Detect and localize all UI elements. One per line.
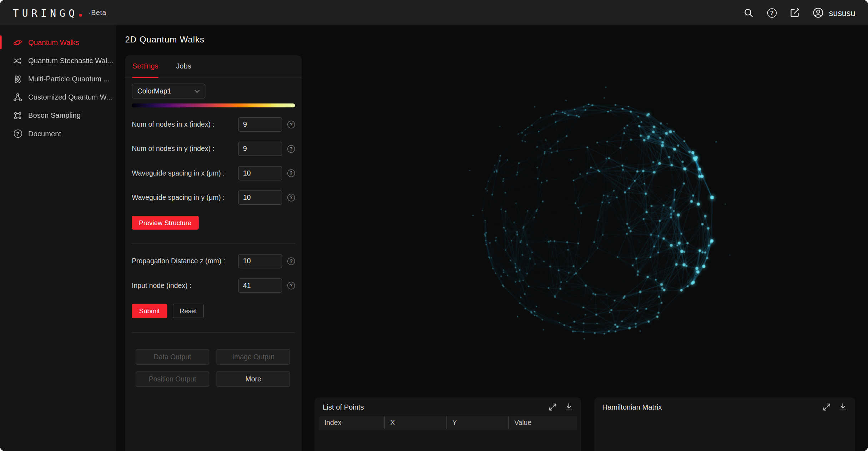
field-label: Num of nodes in x (index) : [132, 121, 238, 128]
help-glyph: ? [767, 8, 777, 17]
sidebar-item-document[interactable]: ? Document [0, 125, 116, 143]
beta-badge: ·Beta [89, 9, 106, 17]
spacing-x-input[interactable] [238, 166, 282, 180]
sidebar-item-customized-quantum-walks[interactable]: Customized Quantum W... [0, 88, 116, 106]
field-help-icon[interactable]: ? [287, 194, 295, 202]
field-help-icon[interactable]: ? [287, 121, 295, 128]
column-header-x[interactable]: X [384, 416, 446, 429]
list-of-points-panel: List of Points Index X [314, 397, 581, 451]
panel-title: List of Points [323, 402, 548, 411]
lattice-icon [13, 111, 22, 120]
logo-dot [79, 14, 82, 16]
username: sususu [829, 8, 856, 17]
main-content: 2D Quantum Walks Settings Jobs ColorMap1… [116, 25, 868, 451]
logo-text: TURINGQ [13, 7, 78, 19]
field-nodes-y: Num of nodes in y (index) : ? [132, 142, 295, 156]
app-window: TURINGQ ·Beta ? [0, 0, 868, 451]
divider [132, 332, 295, 333]
download-icon[interactable] [564, 402, 573, 411]
sidebar-item-quantum-stochastic-walks[interactable]: Quantum Stochastic Wal... [0, 51, 116, 70]
atom-icon [13, 75, 22, 83]
sidebar: Quantum Walks Quantum Stochastic Wal... … [0, 25, 116, 451]
input-node-input[interactable] [238, 278, 282, 293]
field-input-node: Input node (index) : ? [132, 278, 295, 293]
submit-button[interactable]: Submit [132, 304, 167, 318]
shuffle-icon [13, 56, 22, 65]
planet-icon [13, 38, 22, 47]
tab-settings[interactable]: Settings [132, 55, 158, 77]
search-icon[interactable] [743, 7, 754, 18]
preview-structure-button[interactable]: Preview Structure [132, 216, 198, 230]
column-header-index[interactable]: Index [319, 416, 384, 429]
points-table-body [319, 430, 577, 444]
sidebar-item-label: Multi-Particle Quantum ... [28, 75, 109, 83]
sidebar-item-label: Quantum Stochastic Wal... [28, 56, 113, 65]
nodes-y-input[interactable] [238, 142, 282, 156]
field-spacing-x: Waveguide spacing in x (μm) : ? [132, 166, 295, 180]
field-help-icon[interactable]: ? [287, 169, 295, 177]
settings-card: Settings Jobs ColorMap1 Num of nodes in … [125, 55, 302, 451]
network-visualization[interactable] [302, 25, 868, 451]
sidebar-item-boson-sampling[interactable]: Boson Sampling [0, 106, 116, 125]
image-output-button: Image Output [216, 349, 290, 365]
position-output-button: Position Output [136, 371, 209, 387]
colormap-preview [132, 103, 295, 107]
field-label: Num of nodes in y (index) : [132, 145, 238, 153]
column-header-y[interactable]: Y [446, 416, 508, 429]
sidebar-item-label: Document [28, 130, 61, 138]
field-label: Waveguide spacing in x (μm) : [132, 169, 238, 177]
column-header-value[interactable]: Value [508, 416, 577, 429]
spacing-y-input[interactable] [238, 191, 282, 205]
help-icon[interactable]: ? [766, 7, 777, 18]
field-propagation-z: Propagation Distance z (mm) : ? [132, 254, 295, 268]
app-logo[interactable]: TURINGQ [13, 7, 82, 19]
download-icon[interactable] [838, 402, 847, 411]
colormap-select[interactable]: ColorMap1 [132, 83, 205, 98]
expand-icon[interactable] [822, 402, 831, 411]
more-button[interactable]: More [216, 371, 290, 387]
tab-jobs[interactable]: Jobs [176, 55, 191, 77]
data-output-button: Data Output [136, 349, 209, 365]
field-label: Propagation Distance z (mm) : [132, 257, 238, 265]
points-table-header: Index X Y Value [319, 416, 577, 429]
sidebar-item-label: Quantum Walks [28, 38, 79, 46]
hamiltonian-matrix-panel: Hamiltonian Matrix [594, 397, 855, 451]
topbar: TURINGQ ·Beta ? [0, 0, 868, 25]
field-nodes-x: Num of nodes in x (index) : ? [132, 117, 295, 132]
page-title: 2D Quantum Walks [125, 35, 205, 45]
divider [132, 243, 295, 244]
nodes-x-input[interactable] [238, 117, 282, 132]
sidebar-item-label: Customized Quantum W... [28, 93, 112, 101]
user-icon [813, 7, 824, 18]
colormap-value: ColorMap1 [137, 87, 195, 95]
panel-title: Hamiltonian Matrix [602, 402, 822, 411]
field-label: Waveguide spacing in y (μm) : [132, 194, 238, 202]
field-label: Input node (index) : [132, 282, 238, 289]
tabbar: Settings Jobs [125, 55, 302, 77]
sidebar-item-multi-particle-quantum[interactable]: Multi-Particle Quantum ... [0, 70, 116, 88]
user-menu[interactable]: sususu [813, 7, 856, 18]
chevron-down-icon [194, 89, 200, 92]
field-help-icon[interactable]: ? [287, 145, 295, 153]
sidebar-item-quantum-walks[interactable]: Quantum Walks [0, 33, 116, 51]
propagation-z-input[interactable] [238, 254, 282, 268]
sidebar-item-label: Boson Sampling [28, 111, 81, 120]
compose-icon[interactable] [789, 7, 801, 18]
expand-icon[interactable] [548, 402, 557, 411]
field-help-icon[interactable]: ? [287, 282, 295, 289]
reset-button[interactable]: Reset [173, 304, 204, 318]
graph-nodes-icon [13, 93, 22, 102]
question-circle-icon: ? [13, 129, 22, 138]
field-spacing-y: Waveguide spacing in y (μm) : ? [132, 191, 295, 205]
field-help-icon[interactable]: ? [287, 257, 295, 265]
